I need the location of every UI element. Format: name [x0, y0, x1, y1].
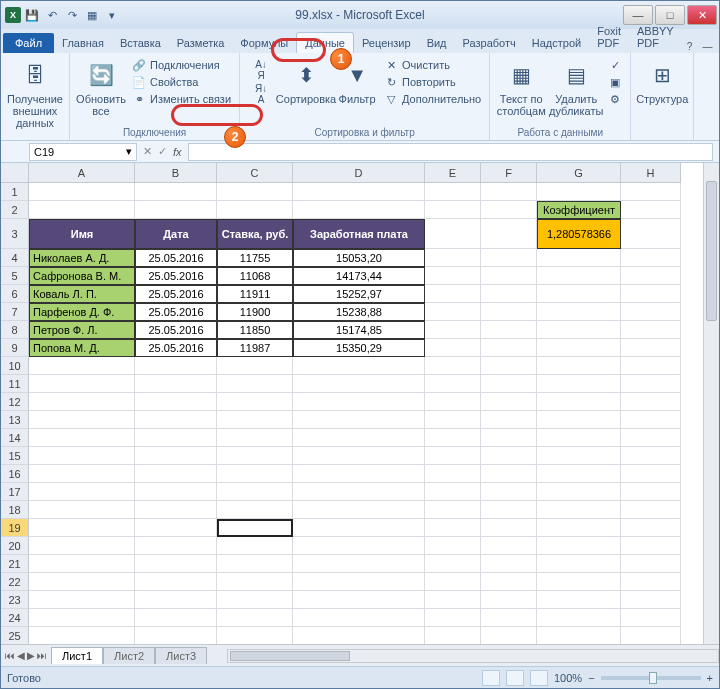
- cell[interactable]: [481, 519, 537, 537]
- cell[interactable]: [217, 555, 293, 573]
- cell[interactable]: [29, 411, 135, 429]
- cell[interactable]: [425, 357, 481, 375]
- row-header[interactable]: 1: [1, 183, 29, 201]
- cell[interactable]: Ставка, руб.: [217, 219, 293, 249]
- zoom-out-icon[interactable]: −: [588, 672, 594, 684]
- qat-redo-icon[interactable]: ↷: [63, 6, 81, 24]
- cell[interactable]: [621, 357, 681, 375]
- view-layout-button[interactable]: [506, 670, 524, 686]
- cell[interactable]: [621, 201, 681, 219]
- cell[interactable]: Коэффициент: [537, 201, 621, 219]
- qat-print-icon[interactable]: ▦: [83, 6, 101, 24]
- cell[interactable]: [481, 183, 537, 201]
- cell[interactable]: [217, 537, 293, 555]
- cell[interactable]: [135, 375, 217, 393]
- cell[interactable]: [621, 219, 681, 249]
- cell[interactable]: [29, 573, 135, 591]
- cell[interactable]: [537, 627, 621, 644]
- cell[interactable]: [293, 519, 425, 537]
- cell[interactable]: [481, 609, 537, 627]
- cell[interactable]: 11850: [217, 321, 293, 339]
- cell[interactable]: [293, 501, 425, 519]
- cell[interactable]: [481, 285, 537, 303]
- cell[interactable]: [425, 627, 481, 644]
- cell[interactable]: [621, 285, 681, 303]
- cell[interactable]: [425, 447, 481, 465]
- sort-button[interactable]: ⬍ Сортировка: [280, 55, 332, 105]
- cell[interactable]: [293, 591, 425, 609]
- cell[interactable]: [425, 429, 481, 447]
- cell[interactable]: Николаев А. Д.: [29, 249, 135, 267]
- cell[interactable]: [425, 339, 481, 357]
- row-header[interactable]: 9: [1, 339, 29, 357]
- cell[interactable]: [29, 501, 135, 519]
- cell[interactable]: [481, 483, 537, 501]
- cell[interactable]: [621, 339, 681, 357]
- cell[interactable]: [293, 183, 425, 201]
- cell[interactable]: [29, 201, 135, 219]
- cell[interactable]: [621, 537, 681, 555]
- tab-nav-next-icon[interactable]: ▶: [27, 650, 35, 661]
- select-all-corner[interactable]: [1, 163, 29, 183]
- cell[interactable]: [217, 393, 293, 411]
- row-header[interactable]: 15: [1, 447, 29, 465]
- cell[interactable]: [481, 411, 537, 429]
- cell[interactable]: [481, 375, 537, 393]
- cell[interactable]: [293, 537, 425, 555]
- cell[interactable]: [481, 429, 537, 447]
- cell[interactable]: [537, 537, 621, 555]
- data-tool-2[interactable]: ▣: [606, 74, 624, 90]
- horizontal-scrollbar[interactable]: [227, 649, 719, 663]
- cell[interactable]: [537, 375, 621, 393]
- sort-az-button[interactable]: A↓Я Я↓A: [246, 55, 276, 105]
- cell[interactable]: [481, 537, 537, 555]
- cell[interactable]: [425, 519, 481, 537]
- cell[interactable]: [293, 465, 425, 483]
- cell[interactable]: [481, 303, 537, 321]
- qat-dropdown-icon[interactable]: ▾: [103, 6, 121, 24]
- cell[interactable]: [425, 183, 481, 201]
- row-header[interactable]: 13: [1, 411, 29, 429]
- cell[interactable]: [621, 483, 681, 501]
- cell[interactable]: [621, 321, 681, 339]
- cell[interactable]: [537, 465, 621, 483]
- mdi-minimize-icon[interactable]: —: [700, 39, 716, 53]
- fx-icon[interactable]: fx: [173, 146, 182, 158]
- cell[interactable]: [537, 591, 621, 609]
- tab-home[interactable]: Главная: [54, 33, 112, 53]
- cell[interactable]: [217, 573, 293, 591]
- cell[interactable]: [217, 411, 293, 429]
- row-header[interactable]: 6: [1, 285, 29, 303]
- cell[interactable]: [217, 501, 293, 519]
- cell[interactable]: [29, 591, 135, 609]
- cell[interactable]: 25.05.2016: [135, 285, 217, 303]
- refresh-all-button[interactable]: 🔄 Обновить все: [76, 55, 126, 117]
- data-tool-1[interactable]: ✓: [606, 57, 624, 73]
- formula-bar[interactable]: [188, 143, 713, 161]
- cell[interactable]: [135, 483, 217, 501]
- cell[interactable]: [135, 465, 217, 483]
- help-icon[interactable]: ?: [682, 39, 698, 53]
- tab-addins[interactable]: Надстрой: [524, 33, 589, 53]
- cell[interactable]: [217, 483, 293, 501]
- cell[interactable]: [621, 375, 681, 393]
- row-header[interactable]: 11: [1, 375, 29, 393]
- row-header[interactable]: 12: [1, 393, 29, 411]
- column-header[interactable]: G: [537, 163, 621, 183]
- cell[interactable]: [135, 201, 217, 219]
- row-header[interactable]: 2: [1, 201, 29, 219]
- cell[interactable]: [135, 411, 217, 429]
- cell[interactable]: [135, 183, 217, 201]
- row-header[interactable]: 14: [1, 429, 29, 447]
- cell[interactable]: [481, 627, 537, 644]
- cell[interactable]: [425, 573, 481, 591]
- row-header[interactable]: 5: [1, 267, 29, 285]
- cell[interactable]: [621, 555, 681, 573]
- cell[interactable]: [481, 393, 537, 411]
- row-header[interactable]: 21: [1, 555, 29, 573]
- cell[interactable]: [537, 303, 621, 321]
- cell[interactable]: [621, 183, 681, 201]
- advanced-filter-button[interactable]: ▽ Дополнительно: [382, 91, 483, 107]
- cell[interactable]: [537, 267, 621, 285]
- cell[interactable]: [621, 465, 681, 483]
